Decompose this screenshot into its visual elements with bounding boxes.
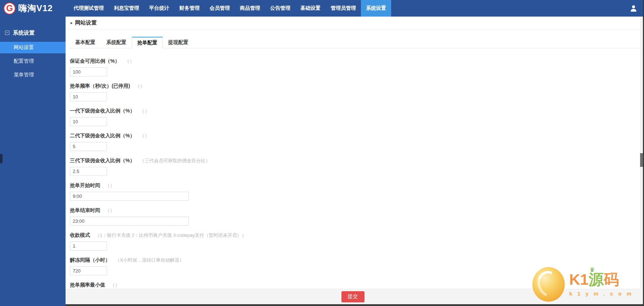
field-label: 收款模式 xyxy=(70,232,90,239)
sidebar-item-menu-management[interactable]: 菜单管理 xyxy=(0,69,66,81)
nav-item-system-settings[interactable]: 系统设置 xyxy=(361,0,391,17)
tab-withdraw-config[interactable]: 提现配置 xyxy=(163,37,194,48)
nav-item-platform-stats[interactable]: 平台统计 xyxy=(144,0,174,17)
top-nav-menu: 代理测试管理 利息宝管理 平台统计 财务管理 会员管理 商品管理 公告管理 基础… xyxy=(68,0,391,17)
k1ym-watermark-text: ♛ K1源码 k 1 y m . c o m xyxy=(569,272,633,297)
nav-item-finance[interactable]: 财务管理 xyxy=(174,0,205,17)
level1-commission-input[interactable] xyxy=(70,117,107,126)
vertical-scrollbar-track[interactable] xyxy=(640,17,643,304)
field-label: 解冻间隔（小时） xyxy=(70,257,110,263)
form-field-grab-start-time: 抢单开始时间 （） xyxy=(70,182,640,201)
field-label: 二代下级佣金收入比例（%） xyxy=(70,133,135,139)
field-label: 一代下级佣金收入比例（%） xyxy=(70,108,135,114)
crown-icon: ♛ xyxy=(589,267,595,273)
nav-item-lixibao[interactable]: 利息宝管理 xyxy=(109,0,144,17)
level3-commission-input[interactable] xyxy=(70,167,107,176)
field-label: 抢单结束时间 xyxy=(70,207,100,214)
k1ym-watermark: ♛ K1源码 k 1 y m . c o m xyxy=(532,267,633,302)
nav-item-basic-settings[interactable]: 基础设置 xyxy=(295,0,326,17)
k1ym-egg-logo-icon xyxy=(532,267,565,302)
field-hint: （） xyxy=(140,133,149,139)
nav-item-members[interactable]: 会员管理 xyxy=(205,0,235,17)
field-hint: （三代会员可获取的佣金百分比） xyxy=(140,158,210,164)
sidebar-items: 网站设置 配置管理 菜单管理 xyxy=(0,42,66,81)
grab-frequency-input[interactable] xyxy=(70,92,107,101)
form-field-grab-end-time: 抢单结束时间 （） xyxy=(70,207,640,226)
grab-order-config-form: 保证金可用比例（%） （） 抢单频率（秒/次）(已停用) （） 一代下级佣金收入… xyxy=(66,48,640,300)
k1ym-domain: k 1 y m . c o m xyxy=(569,291,633,297)
level2-commission-input[interactable] xyxy=(70,142,107,151)
brand-logo-icon: G xyxy=(4,3,15,14)
form-field-level3-commission: 三代下级佣金收入比例（%） （三代会员可获取的佣金百分比） xyxy=(70,157,640,176)
field-label: 抢单频率（秒/次）(已停用) xyxy=(70,83,130,89)
field-label: 保证金可用比例（%） xyxy=(70,58,120,65)
admin-screen: G 嗨淘V12 代理测试管理 利息宝管理 平台统计 财务管理 会员管理 商品管理… xyxy=(0,0,644,306)
field-label: 抢单频率最小值 xyxy=(70,282,105,288)
nav-item-announcements[interactable]: 公告管理 xyxy=(265,0,295,17)
grab-end-time-input[interactable] xyxy=(70,217,189,226)
field-hint: （） xyxy=(140,108,149,114)
sidebar-item-website-settings[interactable]: 网站设置 xyxy=(0,42,66,53)
brand-logo[interactable]: G 嗨淘V12 xyxy=(0,0,68,17)
tab-basic-config[interactable]: 基本配置 xyxy=(70,37,101,48)
field-label: 抢单开始时间 xyxy=(70,182,100,189)
breadcrumb: ▸ 网站设置 xyxy=(66,17,640,30)
k1ym-brand-ma: 码 xyxy=(604,271,619,288)
form-field-level1-commission: 一代下级佣金收入比例（%） （） xyxy=(70,107,640,126)
form-field-payment-mode: 收款模式 （1：银行卡充值 2：比特币商户充值 3:codepay支付（暂时还未… xyxy=(70,232,640,250)
brand-title: 嗨淘V12 xyxy=(18,3,53,14)
sidebar-group-label: 系统设置 xyxy=(13,30,35,36)
sidebar-item-config-management[interactable]: 配置管理 xyxy=(0,56,66,67)
nav-item-products[interactable]: 商品管理 xyxy=(235,0,265,17)
tab-system-config[interactable]: 系统配置 xyxy=(101,37,132,48)
vertical-scrollbar-thumb[interactable] xyxy=(640,153,643,167)
user-account-icon[interactable] xyxy=(630,4,638,12)
sidebar: 系统设置 网站设置 配置管理 菜单管理 xyxy=(0,17,66,306)
top-navbar: G 嗨淘V12 代理测试管理 利息宝管理 平台统计 财务管理 会员管理 商品管理… xyxy=(0,0,644,17)
form-field-margin-available-ratio: 保证金可用比例（%） （） xyxy=(70,58,640,76)
field-label: 三代下级佣金收入比例（%） xyxy=(70,158,135,164)
payment-mode-input[interactable] xyxy=(70,241,107,250)
submit-button[interactable]: 提交 xyxy=(341,291,365,302)
main-content: ▸ 网站设置 基本配置 系统配置 抢单配置 提现配置 保证金可用比例（%） （）… xyxy=(66,17,640,304)
grab-start-time-input[interactable] xyxy=(70,192,189,201)
sidebar-group-system-settings[interactable]: 系统设置 xyxy=(0,27,66,39)
breadcrumb-arrow-icon: ▸ xyxy=(71,21,73,25)
settings-tabs: 基本配置 系统配置 抢单配置 提现配置 xyxy=(70,37,640,48)
collapse-minus-icon[interactable] xyxy=(5,31,9,35)
nav-item-agent-test[interactable]: 代理测试管理 xyxy=(68,0,109,17)
field-hint: （） xyxy=(125,58,134,65)
field-hint: （） xyxy=(135,83,144,89)
k1ym-brand-k1: K1 xyxy=(569,271,589,288)
field-hint: （） xyxy=(110,282,120,288)
unfreeze-interval-input[interactable] xyxy=(70,266,107,275)
field-hint: （） xyxy=(105,182,115,189)
field-hint: （1：银行卡充值 2：比特币商户充值 3:codepay支付（暂时还未开启）） xyxy=(95,232,246,239)
form-field-level2-commission: 二代下级佣金收入比例（%） （） xyxy=(70,132,640,151)
field-hint: （） xyxy=(105,207,115,214)
field-hint: （X小时候，冻结订单自动解冻） xyxy=(115,257,184,263)
nav-item-admin-management[interactable]: 管理员管理 xyxy=(326,0,361,17)
bottom-dark-strip xyxy=(66,304,644,306)
k1ym-brand-yuan: 源 xyxy=(589,271,604,288)
left-edge-handle xyxy=(0,154,3,163)
form-field-grab-frequency: 抢单频率（秒/次）(已停用) （） xyxy=(70,83,640,101)
tab-grab-order-config[interactable]: 抢单配置 xyxy=(132,37,163,48)
margin-available-ratio-input[interactable] xyxy=(70,67,107,76)
page-title: 网站设置 xyxy=(75,19,97,26)
k1ym-brand: ♛ K1源码 xyxy=(569,272,619,287)
